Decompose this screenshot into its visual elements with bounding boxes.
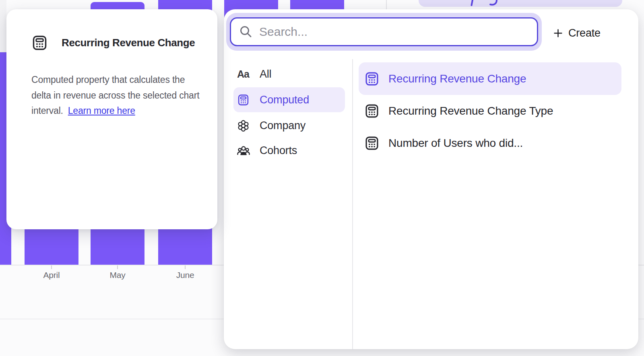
property-chip-text-fragment — [466, 0, 505, 6]
result-item-recurring-revenue-change[interactable]: Recurring Revenue Change — [359, 62, 621, 95]
x-tick-label-may: May — [109, 270, 125, 280]
category-label: Company — [260, 119, 305, 132]
company-icon — [236, 119, 250, 132]
axis-tick — [51, 265, 52, 269]
category-item-company[interactable]: Company — [233, 113, 345, 138]
x-tick-label-june: June — [176, 270, 194, 280]
property-chip-partial — [419, 0, 622, 7]
axis-tick — [185, 265, 186, 269]
property-tooltip-card: Recurring Revenue Change Computed proper… — [6, 9, 217, 229]
text-format-icon: Aa — [236, 67, 250, 81]
property-picker-modal: Create Aa All Computed Company Cohorts R… — [224, 9, 638, 349]
description-line: interval.Learn more here — [31, 103, 213, 119]
calculator-icon — [364, 135, 380, 151]
result-label: Recurring Revenue Change — [388, 72, 526, 85]
axis-tick — [117, 265, 118, 269]
category-item-computed[interactable]: Computed — [233, 87, 345, 112]
search-field[interactable] — [230, 17, 538, 46]
search-icon — [239, 25, 253, 39]
learn-more-link[interactable]: Learn more here — [68, 105, 135, 116]
tooltip-header: Recurring Revenue Change — [31, 35, 195, 51]
calculator-icon — [31, 35, 48, 51]
page-left-gutter — [0, 0, 6, 52]
result-item-number-of-users-who-did[interactable]: Number of Users who did... — [359, 127, 621, 159]
category-item-all[interactable]: Aa All — [233, 62, 345, 86]
search-focus-ring — [226, 13, 542, 51]
cohorts-icon — [236, 144, 250, 157]
category-label: Computed — [260, 94, 309, 106]
x-tick-label-april: April — [43, 270, 60, 280]
tooltip-description: Computed property that calculates the de… — [31, 72, 213, 119]
description-line: Computed property that calculates the — [31, 72, 213, 88]
category-item-cohorts[interactable]: Cohorts — [233, 138, 345, 163]
create-button[interactable]: Create — [553, 24, 601, 42]
search-input[interactable] — [259, 25, 537, 39]
calculator-icon — [236, 93, 250, 107]
result-label: Number of Users who did... — [388, 137, 523, 150]
description-line: delta in revenue across the selected cha… — [31, 88, 213, 103]
calculator-icon — [364, 71, 380, 87]
result-item-recurring-revenue-change-type[interactable]: Recurring Revenue Change Type — [359, 95, 621, 127]
column-divider — [352, 59, 353, 349]
calculator-icon — [364, 103, 380, 119]
result-label: Recurring Revenue Change Type — [388, 105, 553, 117]
category-label: Cohorts — [260, 144, 297, 157]
background-panel-edge — [386, 0, 387, 9]
create-button-label: Create — [568, 27, 601, 39]
plus-icon — [553, 28, 563, 38]
category-label: All — [260, 68, 271, 80]
tooltip-title: Recurring Revenue Change — [62, 37, 195, 49]
